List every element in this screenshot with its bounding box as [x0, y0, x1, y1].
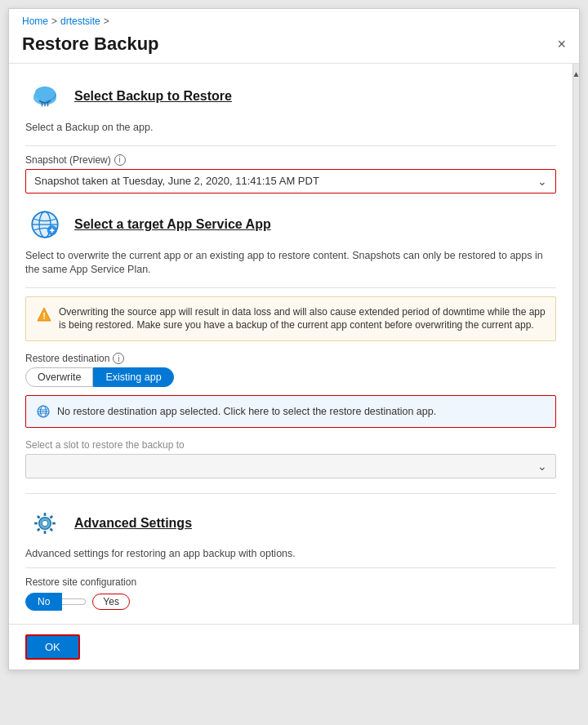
restore-config-label: Restore site configuration	[25, 576, 556, 588]
breadcrumb: Home > drtestsite >	[9, 9, 579, 30]
restore-config-toggle-group: No Yes	[25, 593, 556, 611]
section2-header: Select a target App Service App	[25, 205, 556, 244]
destination-placeholder-text: No restore destination app selected. Cli…	[57, 406, 436, 417]
breadcrumb-site[interactable]: drtestsite	[60, 16, 100, 27]
snapshot-label: Snapshot (Preview) i	[25, 154, 556, 166]
section2-desc: Select to overwrite the current app or a…	[25, 249, 556, 278]
warning-text: Overwriting the source app will result i…	[59, 305, 546, 333]
restore-config-yes-button[interactable]	[62, 598, 86, 605]
close-button[interactable]: ×	[557, 37, 566, 51]
breadcrumb-sep1: >	[51, 16, 57, 27]
svg-point-23	[42, 520, 47, 526]
svg-text:!: !	[42, 311, 46, 321]
svg-line-19	[38, 516, 40, 518]
breadcrumb-sep2: >	[104, 16, 109, 27]
restore-config-toggle[interactable]: No	[25, 593, 86, 611]
snapshot-dropdown[interactable]: Snapshot taken at Tuesday, June 2, 2020,…	[25, 169, 556, 193]
section1-divider	[25, 145, 556, 146]
destination-globe-icon	[36, 404, 51, 419]
destination-select-box[interactable]: No restore destination app selected. Cli…	[25, 395, 556, 428]
warning-box: ! Overwriting the source app will result…	[25, 296, 556, 342]
restore-config-yes-label: Yes	[92, 594, 130, 610]
ok-button[interactable]: OK	[25, 634, 80, 660]
gear-icon	[25, 504, 65, 543]
svg-line-20	[51, 529, 53, 532]
snapshot-info-icon[interactable]: i	[114, 154, 126, 166]
section3-title: Advanced Settings	[74, 516, 192, 531]
section2-divider	[25, 287, 556, 288]
section1-header: Select Backup to Restore	[25, 77, 556, 116]
slot-label: Select a slot to restore the backup to	[25, 439, 556, 451]
svg-line-21	[51, 516, 53, 518]
section1-desc: Select a Backup on the app.	[25, 121, 556, 136]
restore-destination-info-icon[interactable]: i	[113, 353, 124, 364]
overwrite-button[interactable]: Overwrite	[25, 367, 93, 387]
restore-config-no-button[interactable]: No	[25, 593, 62, 611]
slot-dropdown-arrow-icon: ⌄	[537, 460, 547, 473]
svg-line-22	[38, 529, 40, 532]
section3-header: Advanced Settings	[25, 504, 556, 543]
globe-icon	[25, 205, 65, 244]
section3-inner-divider	[25, 567, 556, 568]
existing-app-button[interactable]: Existing app	[93, 367, 173, 387]
snapshot-value: Snapshot taken at Tuesday, June 2, 2020,…	[34, 175, 319, 187]
section2-title: Select a target App Service App	[74, 217, 271, 232]
scrollbar[interactable]: ▲	[572, 64, 579, 624]
warning-icon: !	[36, 306, 52, 325]
svg-point-3	[35, 87, 56, 101]
section1-title: Select Backup to Restore	[74, 89, 232, 104]
advanced-settings-section: Advanced Settings Advanced settings for …	[25, 504, 556, 611]
content-area: Select Backup to Restore Select a Backup…	[9, 64, 572, 624]
snapshot-dropdown-arrow-icon: ⌄	[537, 175, 547, 188]
backup-icon	[25, 77, 65, 116]
restore-destination-label: Restore destination i	[25, 353, 556, 364]
page-title: Restore Backup	[22, 33, 159, 55]
breadcrumb-home[interactable]: Home	[22, 16, 48, 27]
slot-dropdown[interactable]: ⌄	[25, 454, 556, 478]
section3-divider	[25, 493, 556, 494]
footer: OK	[9, 624, 579, 669]
restore-destination-toggle: Overwrite Existing app	[25, 367, 556, 387]
section3-desc: Advanced settings for restoring an app b…	[25, 548, 556, 559]
scroll-up-button[interactable]: ▲	[570, 67, 583, 80]
